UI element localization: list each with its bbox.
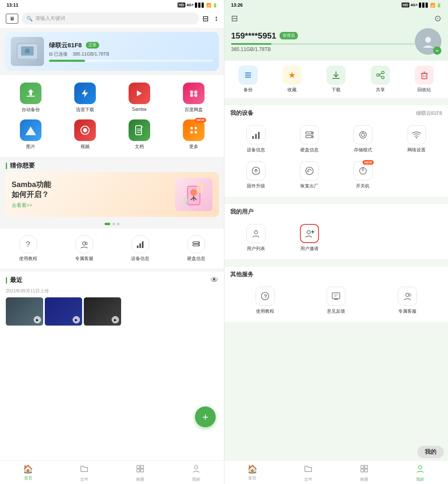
qa-star[interactable]: ★ 收藏 (270, 66, 314, 93)
thumb-1[interactable]: ▶ (6, 297, 43, 326)
svc-tutorial[interactable]: ? 使用教程 (230, 283, 300, 318)
home-label: 首页 (24, 475, 32, 481)
banner-link[interactable]: 去看看>> (12, 202, 51, 209)
shortcut-service[interactable]: 专属客服 (56, 232, 112, 265)
fab-add-button[interactable]: + (195, 406, 216, 427)
right-files-label: 文件 (304, 477, 312, 482)
left-status-bar: 13:11 HD 4G+ ▋▋▋ 📶 🔋 (0, 0, 224, 9)
svg-point-7 (190, 94, 193, 97)
right-top-icons: ⊟ ⊙ (231, 13, 441, 23)
shortcuts-bar: ? 使用教程 专属客服 设备信息 (0, 229, 224, 268)
app-baidu[interactable]: 百度网盘 (166, 79, 221, 116)
right-home-label: 首页 (248, 475, 256, 481)
svc-tutorial-label: 使用教程 (256, 308, 274, 314)
func-device-info[interactable]: 设备信息 (230, 122, 282, 156)
left-nav-album[interactable]: 相册 (112, 464, 168, 482)
svc-service[interactable]: 专属客服 (373, 283, 442, 318)
svg-point-41 (425, 37, 431, 43)
left-nav-mine[interactable]: 我的 (168, 464, 224, 482)
svc-feedback-label: 意见反馈 (327, 308, 345, 314)
shortcut-tutorial[interactable]: ? 使用教程 (0, 232, 56, 265)
func-user-invite[interactable]: 用户邀请 (284, 221, 336, 255)
qa-backup[interactable]: 备份 (226, 66, 270, 93)
func-user-invite-label: 用户邀请 (300, 246, 319, 252)
left-bottom-nav: 🏠 首页 文件 相册 我的 (0, 460, 224, 484)
search-placeholder: 请输入关键词 (35, 15, 65, 22)
app-doc[interactable]: 文档 (112, 116, 166, 153)
func-restore[interactable]: 恢复出厂 (284, 158, 336, 192)
svg-rect-12 (136, 126, 141, 135)
app-auto-backup[interactable]: 自动备份 (3, 79, 58, 116)
banner-illustration (175, 178, 212, 211)
my-users-section: 我的用户 用户列表 (224, 204, 448, 259)
qa-star-icon: ★ (282, 66, 302, 85)
func-network[interactable]: 网络设置 (390, 122, 442, 156)
admin-badge: 管理员 (280, 32, 298, 39)
eye-icon[interactable]: 👁 (211, 276, 218, 285)
thumb-3[interactable]: ▶ (84, 297, 121, 326)
files-label: 文件 (80, 477, 88, 482)
search-input[interactable]: 🔍 请输入关键词 (22, 12, 199, 24)
new-badge: NEW (195, 118, 206, 122)
edit-avatar-badge[interactable]: ✏ (433, 46, 441, 55)
play-btn-3[interactable]: ▶ (112, 316, 119, 323)
qr-icon[interactable]: ⊟ (202, 14, 209, 23)
svg-rect-57 (255, 134, 257, 139)
my-tab-button[interactable]: 我的 (417, 446, 444, 458)
qa-backup-icon (239, 66, 258, 85)
camera-icon[interactable]: ⊙ (434, 13, 441, 23)
banner-text: Samba功能如何开启？ 去看看>> (12, 180, 51, 209)
app-samba[interactable]: Samba (112, 79, 166, 116)
shortcut-disk-info[interactable]: 硬盘信息 (168, 232, 224, 265)
right-storage-fill (231, 43, 271, 45)
svg-point-21 (190, 189, 197, 196)
svg-rect-84 (361, 465, 364, 468)
right-status-icons: HD 4G+ ▋▋▋ 📶 🔋 (402, 2, 441, 7)
left-nav-home[interactable]: 🏠 首页 (0, 464, 56, 482)
thumb-2[interactable]: ▶ (45, 297, 82, 326)
svc-tutorial-icon: ? (256, 287, 275, 306)
right-bottom-nav: 🏠 首页 文件 相册 我的 我的 (224, 460, 448, 484)
qa-share[interactable]: 共享 (358, 66, 402, 93)
func-restore-icon (300, 161, 319, 180)
banner-card[interactable]: Samba功能如何开启？ 去看看>> (5, 172, 219, 217)
func-network-icon (407, 125, 426, 144)
svc-feedback[interactable]: 意见反馈 (302, 283, 371, 318)
play-btn-1[interactable]: ▶ (34, 316, 41, 323)
other-services-title: 其他服务 (230, 271, 253, 278)
app-more[interactable]: NEW 更多 (166, 116, 221, 153)
other-services-title-row: 其他服务 (230, 271, 442, 278)
play-btn-2[interactable]: ▶ (73, 316, 80, 323)
func-user-list[interactable]: 用户列表 (230, 221, 282, 255)
right-nav-mine[interactable]: 我的 (392, 464, 448, 482)
qa-download[interactable]: 下载 (314, 66, 358, 93)
shortcut-device-info[interactable]: 设备信息 (112, 232, 168, 265)
device-card[interactable]: 绿联云81F8 正常 ⊟ 已连接 385.11GB/1.78TB (5, 32, 219, 71)
my-device-name-right: 绿联云81F8 (416, 110, 442, 117)
func-disk-info[interactable]: 硬盘信息 (284, 122, 336, 156)
right-nav-files[interactable]: 文件 (280, 464, 336, 482)
other-services-section: 其他服务 ? 使用教程 (224, 267, 448, 322)
right-nav-album[interactable]: 相册 (336, 464, 392, 482)
right-mine-icon (416, 464, 425, 475)
app-video[interactable]: 视频 (58, 116, 112, 153)
func-firmware-icon (246, 161, 265, 180)
device-func-grid: 设备信息 硬盘信息 (230, 122, 442, 192)
qa-trash[interactable]: 回收站 (402, 66, 446, 93)
sort-icon[interactable]: ↕ (214, 14, 218, 23)
func-storage-mode[interactable]: 存储模式 (337, 122, 389, 156)
svg-point-26 (183, 197, 188, 204)
right-nav-home[interactable]: 🏠 首页 (224, 464, 280, 482)
device-name: 绿联云81F8 (49, 41, 82, 49)
right-header: ⊟ ⊙ 159****5951 管理员 385.11GB/1.78TB (224, 9, 448, 61)
divider-3 (224, 259, 448, 263)
files-icon (80, 464, 89, 475)
user-avatar[interactable]: ✏ (415, 28, 441, 55)
scan-icon[interactable]: ⊟ (231, 13, 238, 23)
left-nav-files[interactable]: 文件 (56, 464, 112, 482)
app-photo[interactable]: 图片 (3, 116, 58, 153)
app-thunder[interactable]: 迅雷下载 (58, 79, 112, 116)
func-power[interactable]: NEW 开关机 (337, 158, 389, 192)
func-firmware[interactable]: 固件升级 (230, 158, 282, 192)
my-device-section: 我的设备 绿联云81F8 设备信息 (224, 105, 448, 197)
